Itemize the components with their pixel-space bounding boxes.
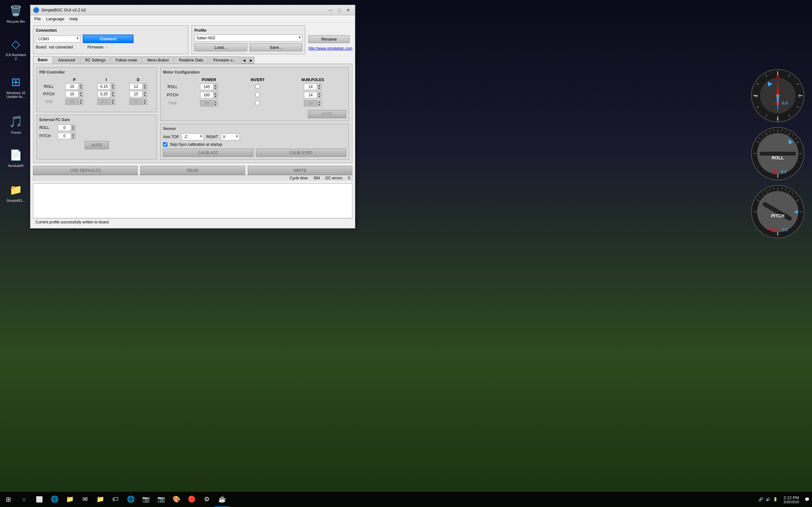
pid-yaw-p-input[interactable] xyxy=(66,99,78,105)
pid-roll-i-down[interactable]: ▼ xyxy=(110,87,115,89)
taskbar-java[interactable]: ☕ xyxy=(214,492,230,507)
pid-roll-i-up[interactable]: ▲ xyxy=(110,83,115,87)
load-button[interactable]: Load... xyxy=(194,43,247,51)
taskbar-battery-icon[interactable]: 🔋 xyxy=(773,497,778,502)
write-button[interactable]: WRITE xyxy=(248,166,352,175)
pid-roll-i-spinner[interactable]: ▲ ▼ xyxy=(97,83,115,90)
pid-yaw-i-up[interactable]: ▲ xyxy=(110,99,115,102)
taskbar-3d[interactable]: ⚙ xyxy=(199,492,214,507)
taskbar-lr1[interactable]: 📷 xyxy=(138,492,154,507)
pid-pitch-d-spinner[interactable]: ▲ ▼ xyxy=(130,91,147,97)
ext-fc-roll-input[interactable] xyxy=(58,125,71,130)
close-button[interactable]: ✕ xyxy=(344,7,352,14)
ext-fc-pitch-up[interactable]: ▲ xyxy=(71,133,75,136)
tab-firmware[interactable]: Firmware u... xyxy=(209,56,241,64)
pid-yaw-p-down[interactable]: ▼ xyxy=(78,102,83,105)
motor-yaw-poles-up[interactable]: ▲ xyxy=(317,101,321,103)
tab-basic[interactable]: Basic xyxy=(33,56,53,64)
connect-button[interactable]: Connect xyxy=(83,35,134,43)
pid-pitch-p-input[interactable] xyxy=(66,91,78,97)
motor-pitch-power-down[interactable]: ▼ xyxy=(213,95,217,98)
pid-yaw-i-input[interactable] xyxy=(98,99,110,105)
desktop-icon-itunes[interactable]: 🎵 iTunes xyxy=(3,114,29,134)
tab-follow-mode[interactable]: Follow mode xyxy=(111,56,142,64)
taskbar-ps[interactable]: 🎨 xyxy=(169,492,184,507)
pid-yaw-d-up[interactable]: ▲ xyxy=(142,99,147,102)
pid-pitch-i-down[interactable]: ▼ xyxy=(110,94,115,97)
motor-yaw-poles-spinner[interactable]: ▲ ▼ xyxy=(304,100,322,107)
desktop-icon-simplebgc[interactable]: 📁 SimpleBG... xyxy=(3,182,29,203)
pid-yaw-d-spinner[interactable]: ▲ ▼ xyxy=(130,99,147,105)
pid-pitch-d-up[interactable]: ▲ xyxy=(142,91,147,94)
tab-prev-arrow[interactable]: ◀ xyxy=(241,57,247,64)
rename-button[interactable]: Rename xyxy=(308,35,350,43)
motor-roll-poles-spinner[interactable]: ▲ ▼ xyxy=(304,83,322,90)
pid-roll-p-down[interactable]: ▼ xyxy=(78,87,83,89)
pid-yaw-d-input[interactable] xyxy=(130,99,142,105)
motor-yaw-invert-checkbox[interactable] xyxy=(255,101,260,105)
taskbar-network-icon[interactable]: 🔗 xyxy=(758,497,763,502)
taskbar-store[interactable]: 🏷 xyxy=(108,492,123,507)
pid-roll-d-down[interactable]: ▼ xyxy=(142,87,147,89)
pid-pitch-p-down[interactable]: ▼ xyxy=(78,94,83,97)
pid-roll-d-spinner[interactable]: ▲ ▼ xyxy=(130,83,147,90)
motor-roll-power-spinner[interactable]: ▲ ▼ xyxy=(200,83,218,90)
pid-yaw-i-down[interactable]: ▼ xyxy=(110,102,115,105)
motor-roll-power-up[interactable]: ▲ xyxy=(213,84,217,87)
motor-roll-power-down[interactable]: ▼ xyxy=(213,87,217,90)
pid-pitch-i-input[interactable] xyxy=(98,91,110,97)
tab-menu-button[interactable]: Menu Button xyxy=(142,56,173,64)
pid-roll-d-input[interactable] xyxy=(130,83,142,89)
minimize-button[interactable]: ─ xyxy=(326,7,335,14)
pid-roll-p-spinner[interactable]: ▲ ▼ xyxy=(65,83,83,90)
motor-pitch-poles-down[interactable]: ▼ xyxy=(317,95,321,98)
maximize-button[interactable]: □ xyxy=(335,7,344,14)
motor-pitch-power-input[interactable] xyxy=(200,92,213,98)
ext-fc-roll-up[interactable]: ▲ xyxy=(71,125,75,128)
taskbar-folder[interactable]: 📁 xyxy=(93,492,108,507)
ext-fc-pitch-down[interactable]: ▼ xyxy=(71,136,75,139)
motor-pitch-power-up[interactable]: ▲ xyxy=(213,92,217,95)
motor-roll-poles-up[interactable]: ▲ xyxy=(317,84,321,87)
taskbar-notification-icon[interactable]: 💬 xyxy=(805,497,809,502)
save-button[interactable]: Save... xyxy=(250,43,302,51)
tab-rc-settings[interactable]: RC Settings xyxy=(80,56,110,64)
motor-pitch-invert-checkbox[interactable] xyxy=(255,93,260,97)
port-select[interactable]: COM3 COM1 COM2 xyxy=(36,36,80,43)
motor-roll-invert-checkbox[interactable] xyxy=(255,84,260,89)
calib-gyro-button[interactable]: CALIB GYRO xyxy=(256,149,346,157)
ext-fc-roll-spinner[interactable]: ▲ ▼ xyxy=(58,124,75,131)
desktop-icon-dji[interactable]: ◇ DJI Assistant2 xyxy=(3,37,29,60)
motor-auto-button[interactable]: AUTO xyxy=(308,110,346,118)
sensor-skip-gyro-checkbox[interactable] xyxy=(163,142,167,147)
taskbar-edge[interactable]: 🌐 xyxy=(47,492,62,507)
taskbar-volume-icon[interactable]: 🔊 xyxy=(766,497,770,502)
pid-roll-d-up[interactable]: ▲ xyxy=(142,83,147,87)
taskbar-explorer[interactable]: 📁 xyxy=(62,492,78,507)
motor-yaw-power-input[interactable] xyxy=(200,101,213,106)
taskbar-chrome[interactable]: 🌐 xyxy=(123,492,138,507)
calib-acc-button[interactable]: CALIB.ACC xyxy=(163,149,253,157)
motor-pitch-poles-up[interactable]: ▲ xyxy=(317,92,321,95)
pid-pitch-i-spinner[interactable]: ▲ ▼ xyxy=(97,91,115,97)
pid-yaw-d-down[interactable]: ▼ xyxy=(142,102,147,105)
motor-pitch-poles-input[interactable] xyxy=(304,92,317,98)
taskbar-mail[interactable]: ✉ xyxy=(78,492,93,507)
ext-fc-roll-down[interactable]: ▼ xyxy=(71,128,75,130)
pid-roll-p-input[interactable] xyxy=(66,83,78,89)
ext-fc-pitch-spinner[interactable]: ▲ ▼ xyxy=(58,133,75,139)
pid-roll-p-up[interactable]: ▲ xyxy=(78,83,83,87)
pid-pitch-d-input[interactable] xyxy=(130,91,142,97)
tab-advanced[interactable]: Advanced xyxy=(53,56,80,64)
pid-pitch-i-up[interactable]: ▲ xyxy=(110,91,115,94)
start-button[interactable]: ⊞ xyxy=(0,492,16,507)
motor-roll-power-input[interactable] xyxy=(200,84,213,90)
website-link[interactable]: http://www.simplebgc.com xyxy=(308,46,352,51)
use-defaults-button[interactable]: USE DEFAULTS xyxy=(33,166,138,175)
menu-language[interactable]: Language xyxy=(44,16,67,22)
motor-yaw-power-spinner[interactable]: ▲ ▼ xyxy=(200,100,218,107)
ext-fc-pitch-input[interactable] xyxy=(58,133,71,139)
pid-yaw-p-up[interactable]: ▲ xyxy=(78,99,83,102)
taskbar-clock[interactable]: 2:12 PM 3/20/2019 xyxy=(780,495,802,504)
motor-yaw-power-down[interactable]: ▼ xyxy=(213,103,217,106)
